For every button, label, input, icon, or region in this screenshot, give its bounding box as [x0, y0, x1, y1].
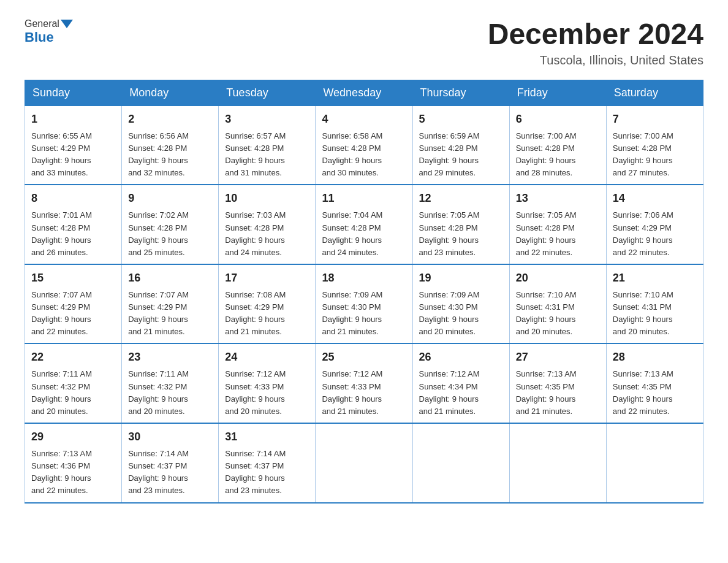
day-number: 6 — [516, 111, 600, 128]
calendar-cell: 5 Sunrise: 6:59 AMSunset: 4:28 PMDayligh… — [412, 105, 509, 185]
day-number: 22 — [31, 349, 115, 366]
location: Tuscola, Illinois, United States — [488, 53, 703, 67]
calendar-cell: 20 Sunrise: 7:10 AMSunset: 4:31 PMDaylig… — [509, 264, 606, 344]
day-info: Sunrise: 7:00 AMSunset: 4:28 PMDaylight:… — [516, 131, 577, 177]
calendar-week-row: 15 Sunrise: 7:07 AMSunset: 4:29 PMDaylig… — [25, 264, 703, 344]
calendar-cell: 18 Sunrise: 7:09 AMSunset: 4:30 PMDaylig… — [316, 264, 412, 344]
day-number: 30 — [128, 429, 212, 445]
calendar-cell: 17 Sunrise: 7:08 AMSunset: 4:29 PMDaylig… — [219, 264, 316, 344]
day-number: 9 — [128, 190, 212, 207]
day-info: Sunrise: 7:12 AMSunset: 4:33 PMDaylight:… — [322, 369, 382, 415]
calendar-week-row: 29 Sunrise: 7:13 AMSunset: 4:36 PMDaylig… — [25, 423, 703, 503]
day-info: Sunrise: 7:05 AMSunset: 4:28 PMDaylight:… — [419, 210, 480, 256]
day-number: 15 — [31, 270, 115, 286]
calendar-cell: 13 Sunrise: 7:05 AMSunset: 4:28 PMDaylig… — [509, 185, 606, 264]
day-number: 31 — [225, 429, 309, 445]
day-info: Sunrise: 7:11 AMSunset: 4:32 PMDaylight:… — [31, 369, 92, 415]
calendar-cell: 27 Sunrise: 7:13 AMSunset: 4:35 PMDaylig… — [509, 343, 606, 423]
day-info: Sunrise: 7:10 AMSunset: 4:31 PMDaylight:… — [516, 290, 577, 336]
day-number: 23 — [128, 349, 212, 366]
day-header-saturday: Saturday — [606, 80, 703, 105]
page-header: General Blue December 2024 Tuscola, Illi… — [25, 18, 703, 67]
calendar-cell: 25 Sunrise: 7:12 AMSunset: 4:33 PMDaylig… — [316, 343, 412, 423]
calendar-cell: 30 Sunrise: 7:14 AMSunset: 4:37 PMDaylig… — [122, 423, 219, 503]
day-info: Sunrise: 7:09 AMSunset: 4:30 PMDaylight:… — [322, 290, 382, 336]
day-info: Sunrise: 7:07 AMSunset: 4:29 PMDaylight:… — [128, 290, 189, 336]
calendar-cell: 26 Sunrise: 7:12 AMSunset: 4:34 PMDaylig… — [412, 343, 509, 423]
day-number: 14 — [613, 190, 697, 207]
calendar-cell — [606, 423, 703, 503]
calendar-cell: 9 Sunrise: 7:02 AMSunset: 4:28 PMDayligh… — [122, 185, 219, 264]
day-number: 7 — [613, 111, 697, 128]
day-info: Sunrise: 7:14 AMSunset: 4:37 PMDaylight:… — [128, 449, 189, 495]
calendar-cell: 31 Sunrise: 7:14 AMSunset: 4:37 PMDaylig… — [219, 423, 316, 503]
day-number: 21 — [613, 270, 697, 286]
day-info: Sunrise: 7:08 AMSunset: 4:29 PMDaylight:… — [225, 290, 286, 336]
calendar-cell: 2 Sunrise: 6:56 AMSunset: 4:28 PMDayligh… — [122, 105, 219, 185]
day-number: 24 — [225, 349, 309, 366]
calendar-cell: 1 Sunrise: 6:55 AMSunset: 4:29 PMDayligh… — [25, 105, 122, 185]
calendar-cell — [316, 423, 412, 503]
day-number: 29 — [31, 429, 115, 445]
day-header-wednesday: Wednesday — [316, 80, 412, 105]
day-number: 19 — [419, 270, 503, 286]
logo-general-text: General — [25, 18, 59, 29]
day-info: Sunrise: 7:13 AMSunset: 4:36 PMDaylight:… — [31, 449, 92, 495]
day-info: Sunrise: 7:12 AMSunset: 4:34 PMDaylight:… — [419, 369, 480, 415]
day-number: 20 — [516, 270, 600, 286]
calendar-cell: 15 Sunrise: 7:07 AMSunset: 4:29 PMDaylig… — [25, 264, 122, 344]
day-info: Sunrise: 7:09 AMSunset: 4:30 PMDaylight:… — [419, 290, 480, 336]
day-info: Sunrise: 7:02 AMSunset: 4:28 PMDaylight:… — [128, 210, 189, 256]
day-info: Sunrise: 7:13 AMSunset: 4:35 PMDaylight:… — [613, 369, 673, 415]
day-info: Sunrise: 7:11 AMSunset: 4:32 PMDaylight:… — [128, 369, 189, 415]
calendar-header-row: SundayMondayTuesdayWednesdayThursdayFrid… — [25, 80, 703, 105]
calendar-week-row: 22 Sunrise: 7:11 AMSunset: 4:32 PMDaylig… — [25, 343, 703, 423]
day-info: Sunrise: 7:04 AMSunset: 4:28 PMDaylight:… — [322, 210, 382, 256]
calendar-cell: 22 Sunrise: 7:11 AMSunset: 4:32 PMDaylig… — [25, 343, 122, 423]
day-info: Sunrise: 7:10 AMSunset: 4:31 PMDaylight:… — [613, 290, 673, 336]
day-info: Sunrise: 7:00 AMSunset: 4:28 PMDaylight:… — [613, 131, 673, 177]
day-header-thursday: Thursday — [412, 80, 509, 105]
calendar-cell: 6 Sunrise: 7:00 AMSunset: 4:28 PMDayligh… — [509, 105, 606, 185]
logo-blue-text: Blue — [25, 29, 54, 45]
calendar-table: SundayMondayTuesdayWednesdayThursdayFrid… — [25, 80, 703, 504]
calendar-cell — [412, 423, 509, 503]
calendar-cell: 8 Sunrise: 7:01 AMSunset: 4:28 PMDayligh… — [25, 185, 122, 264]
day-info: Sunrise: 7:05 AMSunset: 4:28 PMDaylight:… — [516, 210, 577, 256]
day-number: 2 — [128, 111, 212, 128]
day-info: Sunrise: 6:59 AMSunset: 4:28 PMDaylight:… — [419, 131, 480, 177]
calendar-cell: 16 Sunrise: 7:07 AMSunset: 4:29 PMDaylig… — [122, 264, 219, 344]
day-number: 18 — [322, 270, 406, 286]
day-number: 1 — [31, 111, 115, 128]
day-info: Sunrise: 6:56 AMSunset: 4:28 PMDaylight:… — [128, 131, 189, 177]
day-number: 28 — [613, 349, 697, 366]
day-info: Sunrise: 6:58 AMSunset: 4:28 PMDaylight:… — [322, 131, 382, 177]
calendar-cell: 10 Sunrise: 7:03 AMSunset: 4:28 PMDaylig… — [219, 185, 316, 264]
day-info: Sunrise: 7:07 AMSunset: 4:29 PMDaylight:… — [31, 290, 92, 336]
title-section: December 2024 Tuscola, Illinois, United … — [488, 18, 703, 67]
logo: General Blue — [25, 18, 74, 45]
day-number: 16 — [128, 270, 212, 286]
day-info: Sunrise: 7:13 AMSunset: 4:35 PMDaylight:… — [516, 369, 577, 415]
day-number: 10 — [225, 190, 309, 207]
day-number: 5 — [419, 111, 503, 128]
calendar-cell: 19 Sunrise: 7:09 AMSunset: 4:30 PMDaylig… — [412, 264, 509, 344]
calendar-week-row: 8 Sunrise: 7:01 AMSunset: 4:28 PMDayligh… — [25, 185, 703, 264]
day-number: 17 — [225, 270, 309, 286]
day-header-monday: Monday — [122, 80, 219, 105]
calendar-cell: 29 Sunrise: 7:13 AMSunset: 4:36 PMDaylig… — [25, 423, 122, 503]
day-header-tuesday: Tuesday — [219, 80, 316, 105]
calendar-cell: 28 Sunrise: 7:13 AMSunset: 4:35 PMDaylig… — [606, 343, 703, 423]
day-number: 13 — [516, 190, 600, 207]
calendar-week-row: 1 Sunrise: 6:55 AMSunset: 4:29 PMDayligh… — [25, 105, 703, 185]
day-info: Sunrise: 7:14 AMSunset: 4:37 PMDaylight:… — [225, 449, 286, 495]
day-number: 11 — [322, 190, 406, 207]
calendar-cell: 23 Sunrise: 7:11 AMSunset: 4:32 PMDaylig… — [122, 343, 219, 423]
day-number: 8 — [31, 190, 115, 207]
day-number: 25 — [322, 349, 406, 366]
day-info: Sunrise: 7:01 AMSunset: 4:28 PMDaylight:… — [31, 210, 92, 256]
day-number: 27 — [516, 349, 600, 366]
calendar-cell: 4 Sunrise: 6:58 AMSunset: 4:28 PMDayligh… — [316, 105, 412, 185]
day-header-friday: Friday — [509, 80, 606, 105]
day-number: 26 — [419, 349, 503, 366]
